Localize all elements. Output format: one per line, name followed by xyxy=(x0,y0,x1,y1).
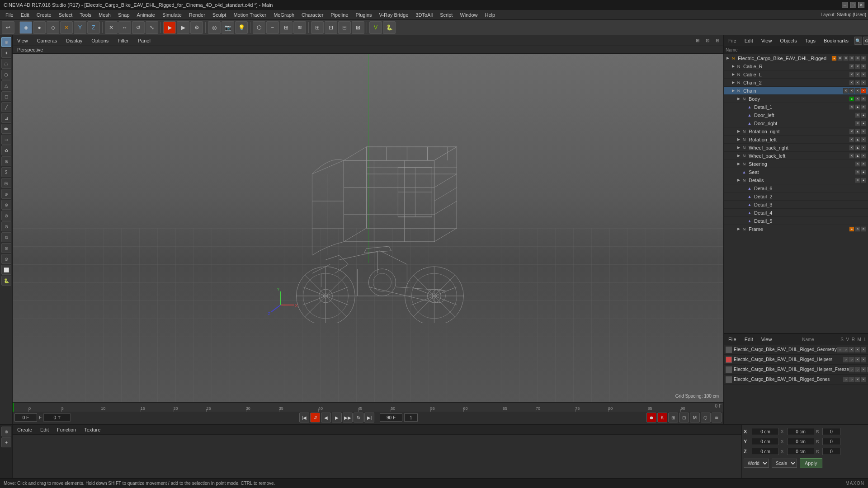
mat-tab-view[interactable]: View xyxy=(759,336,775,343)
play-forward-button[interactable]: ▶▶ xyxy=(343,413,353,422)
tool-3[interactable]: ◌ xyxy=(1,59,11,69)
tool-20[interactable]: ⊜ xyxy=(1,243,11,253)
timeline-icon-2[interactable]: ⊡ xyxy=(679,413,689,422)
polygon-button[interactable]: ⬡ xyxy=(253,21,265,34)
viewport-solo-button[interactable]: ◎ xyxy=(208,21,221,34)
coord-z-pos[interactable] xyxy=(752,448,779,455)
menu-plugins[interactable]: Plugins xyxy=(352,11,375,19)
generator-button[interactable]: ⊞ xyxy=(280,21,292,34)
prev-button[interactable]: ◀ xyxy=(321,413,331,422)
menu-create[interactable]: Create xyxy=(33,11,55,19)
current-frame-input[interactable]: 0 F xyxy=(14,413,37,422)
menu-select[interactable]: Select xyxy=(55,11,76,19)
obj-mgr-tab-tags[interactable]: Tags xyxy=(802,37,818,44)
spline-button[interactable]: ~ xyxy=(266,21,279,34)
vp-menu-cameras[interactable]: Cameras xyxy=(34,37,60,44)
coord-x-pos[interactable] xyxy=(752,428,779,435)
tool-13[interactable]: $ xyxy=(1,167,11,177)
viewport-btn-4[interactable]: ⊠ xyxy=(352,21,364,34)
texture-mode-button[interactable]: ◇ xyxy=(47,21,59,34)
obj-row-rotation-right[interactable]: ▶ N Rotation_right ✕ ▲ ✕ xyxy=(724,127,868,136)
tool-19[interactable]: ⊚ xyxy=(1,232,11,242)
prev-frame-button[interactable]: ↺ xyxy=(310,413,320,422)
undo-button[interactable]: ↩ xyxy=(2,21,14,34)
obj-row-frame[interactable]: ▶ N Frame ● ✕ ✕ xyxy=(724,225,868,233)
vp-menu-display[interactable]: Display xyxy=(63,37,85,44)
light-button[interactable]: 💡 xyxy=(235,21,248,34)
obj-row-wheel-back-right[interactable]: ▶ N Wheel_back_right ✕ ▲ ✕ xyxy=(724,144,868,152)
obj-mgr-tab-bookmarks[interactable]: Bookmarks xyxy=(821,37,851,44)
maximize-button[interactable]: □ xyxy=(850,2,856,8)
deformer-button[interactable]: ≋ xyxy=(293,21,306,34)
mat-create-btn[interactable]: Create xyxy=(15,426,34,433)
tool-17[interactable]: ⊘ xyxy=(1,211,11,221)
menu-3dtoall[interactable]: 3DToAll xyxy=(412,11,436,19)
viewport-icon-2[interactable]: ⊡ xyxy=(703,37,712,45)
render-button[interactable]: ▶ xyxy=(177,21,189,34)
timeline-ruler[interactable]: 0 5 10 15 20 25 30 35 40 xyxy=(13,403,723,412)
vp-menu-filter[interactable]: Filter xyxy=(115,37,131,44)
menu-pipeline[interactable]: Pipeline xyxy=(327,11,352,19)
close-button[interactable]: ✕ xyxy=(858,2,864,8)
obj-row-seat[interactable]: ▲ Seat ✕ ▲ xyxy=(724,168,868,176)
coord-z-r-val[interactable] xyxy=(822,448,840,455)
viewport-btn-3[interactable]: ⊟ xyxy=(338,21,351,34)
tool-select[interactable]: ⊕ xyxy=(1,37,11,47)
camera-button[interactable]: 📷 xyxy=(222,21,234,34)
viewport-canvas[interactable]: X Y Z Grid Spacing: 100 cm xyxy=(13,54,723,402)
mat-row-4[interactable]: Electric_Cargo_Bike_EAV_DHL_Rigged_Bones… xyxy=(724,375,868,385)
tool-21[interactable]: ⊝ xyxy=(1,254,11,264)
tool-8[interactable]: ⊿ xyxy=(1,113,11,123)
tool-4[interactable]: ⬡ xyxy=(1,70,11,80)
obj-row-door-left[interactable]: ▲ Door_left ✕ ▲ xyxy=(724,111,868,119)
menu-vray[interactable]: V-Ray Bridge xyxy=(376,11,412,19)
obj-row-detail-6[interactable]: ▲ Detail_6 xyxy=(724,184,868,192)
obj-row-details[interactable]: ▶ N Details ✕ ▲ xyxy=(724,176,868,184)
obj-row-detail-3[interactable]: ▲ Detail_3 xyxy=(724,201,868,209)
world-selector[interactable]: World xyxy=(744,459,769,468)
bottom-tool-2[interactable]: ✦ xyxy=(1,437,11,447)
vp-menu-options[interactable]: Options xyxy=(89,37,111,44)
tool-move[interactable]: ✦ xyxy=(1,48,11,58)
grid-button[interactable]: ⊞ xyxy=(311,21,324,34)
edge-mode-button[interactable]: Y xyxy=(74,21,86,34)
menu-simulate[interactable]: Simulate xyxy=(159,11,185,19)
mat-row-1[interactable]: Electric_Cargo_Bike_EAV_DHL_Rigged_Geome… xyxy=(724,345,868,355)
scale-tool[interactable]: ⤡ xyxy=(146,21,158,34)
coord-z-val[interactable] xyxy=(787,448,814,455)
menu-mesh[interactable]: Mesh xyxy=(95,11,114,19)
select-tool[interactable]: ✕ xyxy=(105,21,118,34)
obj-mgr-tab-file[interactable]: File xyxy=(726,37,739,44)
menu-script[interactable]: Script xyxy=(436,11,456,19)
obj-row-detail-5[interactable]: ▲ Detail_5 xyxy=(724,217,868,225)
obj-row-rotation-left[interactable]: ▶ N Rotation_left ✕ ▲ ✕ xyxy=(724,136,868,144)
next-button[interactable]: ↻ xyxy=(354,413,363,422)
render-settings-button[interactable]: ⚙ xyxy=(190,21,203,34)
frame-count-input[interactable] xyxy=(404,413,418,422)
layout-selector[interactable]: Layout: Startup (Used) xyxy=(821,12,866,17)
record-button[interactable]: ⏺ xyxy=(646,413,656,422)
poly-mode-button[interactable]: Z xyxy=(87,21,100,34)
minimize-button[interactable]: ─ xyxy=(842,2,848,8)
coord-x-r-val[interactable] xyxy=(822,428,840,435)
coord-y-r-val[interactable] xyxy=(822,438,840,445)
tool-10[interactable]: ⊸ xyxy=(1,135,11,145)
coord-y-pos[interactable] xyxy=(752,438,779,445)
menu-edit[interactable]: Edit xyxy=(17,11,33,19)
apply-button[interactable]: Apply xyxy=(800,458,822,468)
rotate-tool[interactable]: ↺ xyxy=(132,21,145,34)
obj-row-wheel-back-left[interactable]: ▶ N Wheel_back_left ✕ ▲ ✕ xyxy=(724,152,868,160)
menu-help[interactable]: Help xyxy=(481,11,499,19)
tool-18[interactable]: ⊙ xyxy=(1,221,11,231)
vp-menu-view[interactable]: View xyxy=(14,37,31,44)
tool-14[interactable]: ◎ xyxy=(1,178,11,188)
tool-9[interactable]: ⬬ xyxy=(1,124,11,134)
vray-button[interactable]: V xyxy=(369,21,382,34)
menu-animate[interactable]: Animate xyxy=(133,11,159,19)
mat-tab-file[interactable]: File xyxy=(726,336,739,343)
tool-11[interactable]: ✿ xyxy=(1,145,11,155)
tool-16[interactable]: ⊗ xyxy=(1,200,11,210)
end-frame-input[interactable] xyxy=(380,413,402,422)
menu-mograph[interactable]: MoGraph xyxy=(270,11,298,19)
frame-rate-field[interactable]: 0 T xyxy=(43,413,71,422)
